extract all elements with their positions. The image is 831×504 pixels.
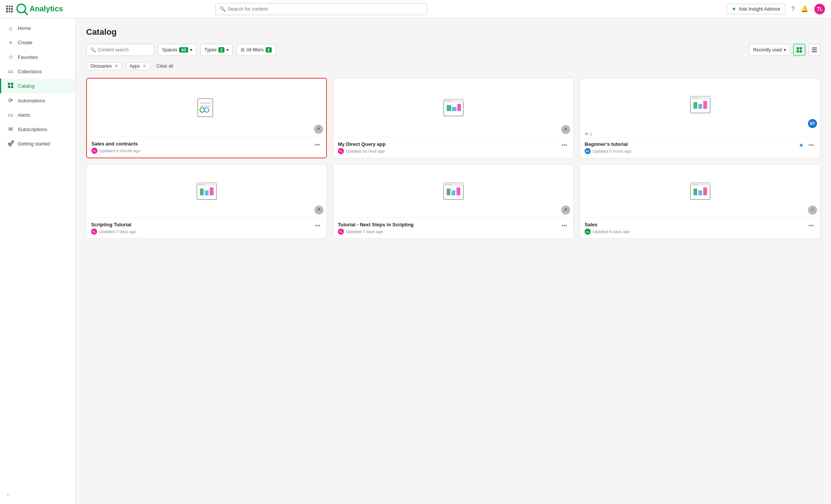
grid-menu-icon[interactable] <box>6 6 13 12</box>
eye-icon: 👁 <box>585 132 589 136</box>
card-views-row: 👁 1 <box>580 131 820 137</box>
card-my-direct-query-meta: TL Updated an hour ago <box>338 148 560 154</box>
card-tutorial-next-steps-menu-button[interactable]: ••• <box>560 222 569 229</box>
content-search-input[interactable] <box>98 47 150 53</box>
filter-tag-glossaries[interactable]: Glossaries ✕ <box>86 62 122 70</box>
filter-tag-apps[interactable]: Apps ✕ <box>125 62 150 70</box>
sort-label: Recently used <box>753 47 782 53</box>
svg-rect-43 <box>210 187 214 195</box>
card-sales-contracts-menu-button[interactable]: ••• <box>313 141 322 148</box>
card-sales-contracts[interactable]: Sales and contracts TL Updated a minute … <box>86 78 327 158</box>
card-scripting-tutorial-menu-button[interactable]: ••• <box>313 222 322 229</box>
search-input[interactable] <box>228 6 423 12</box>
layout: ⌂ Home ＋ Create ☆ Favorites ▭ Collection… <box>0 18 831 504</box>
svg-rect-42 <box>205 190 209 195</box>
card-sales-contracts-body <box>87 79 326 137</box>
card-my-direct-query-menu-button[interactable]: ••• <box>560 141 569 149</box>
card-beginners-tutorial-meta: BT Updated 5 hours ago <box>585 148 797 154</box>
filter-tag-apps-remove[interactable]: ✕ <box>142 63 146 69</box>
card-tutorial-next-steps-body <box>333 165 573 218</box>
svg-rect-61 <box>703 187 707 195</box>
list-view-button[interactable] <box>808 44 820 56</box>
card-sales-avatar: AL <box>585 229 591 235</box>
sidebar-item-favorites[interactable]: ☆ Favorites <box>0 50 75 64</box>
card-beginners-tutorial-avatar-badge: BT <box>808 119 817 128</box>
svg-point-48 <box>447 184 449 185</box>
card-beginners-tutorial-star-button[interactable]: ★ <box>797 141 805 149</box>
qlik-logo-svg <box>16 3 28 15</box>
filter-tag-apps-label: Apps <box>130 63 140 69</box>
svg-rect-60 <box>698 190 702 195</box>
card-my-direct-query-body <box>333 78 573 137</box>
card-scripting-tutorial-actions: ••• <box>313 222 322 229</box>
sidebar-item-home[interactable]: ⌂ Home <box>0 21 75 35</box>
svg-rect-41 <box>200 189 204 195</box>
card-sales-menu-button[interactable]: ••• <box>807 222 816 229</box>
qlik-logo[interactable]: Analytics <box>16 3 63 15</box>
svg-point-21 <box>445 100 447 102</box>
card-beginners-tutorial[interactable]: BT 👁 1 Beginner's tutorial BT Updated 5 … <box>580 78 820 158</box>
sidebar-item-create[interactable]: ＋ Create <box>0 35 75 50</box>
card-tutorial-next-steps-info: Tutorial - Next Steps in Scripting TL Up… <box>338 222 560 235</box>
card-tutorial-next-steps-avatar: TL <box>338 229 344 235</box>
sidebar: ⌂ Home ＋ Create ☆ Favorites ▭ Collection… <box>0 18 76 504</box>
sidebar-collapse-button[interactable]: ← <box>0 488 75 501</box>
filters-badge: 2 <box>266 47 272 53</box>
card-tutorial-next-steps-updated: Updated 7 days ago <box>346 229 383 234</box>
sidebar-item-alerts[interactable]: ▭ Alerts <box>0 108 75 122</box>
content-search-field[interactable]: 🔍 <box>86 44 154 56</box>
card-sales-contracts-title: Sales and contracts <box>91 141 313 147</box>
card-beginners-tutorial-footer: Beginner's tutorial BT Updated 5 hours a… <box>580 137 820 158</box>
card-sales-contracts-meta: TL Updated a minute ago <box>91 148 313 154</box>
filter-tag-glossaries-remove[interactable]: ✕ <box>115 63 118 69</box>
card-scripting-tutorial[interactable]: Scripting Tutorial TL Updated 7 days ago… <box>86 164 327 239</box>
sidebar-label-catalog: Catalog <box>18 83 35 89</box>
svg-rect-9 <box>800 50 802 53</box>
spaces-label: Spaces <box>162 47 177 53</box>
svg-rect-24 <box>447 105 451 111</box>
alerts-icon: ▭ <box>7 111 14 118</box>
card-tutorial-next-steps[interactable]: Tutorial - Next Steps in Scripting TL Up… <box>333 164 574 239</box>
svg-rect-6 <box>797 47 799 49</box>
card-my-direct-query-avatar: TL <box>338 148 344 154</box>
sidebar-item-automations[interactable]: ⟳ Automations <box>0 93 75 108</box>
spaces-filter-button[interactable]: Spaces All ▾ <box>158 44 197 56</box>
types-filter-button[interactable]: Types 2 ▾ <box>200 44 233 56</box>
help-button[interactable]: ? <box>791 6 795 12</box>
card-my-direct-query[interactable]: My Direct Query app TL Updated an hour a… <box>333 78 574 158</box>
sidebar-item-catalog[interactable]: Catalog <box>0 79 75 93</box>
sparkle-icon: ✦ <box>732 6 737 12</box>
card-beginners-tutorial-menu-button[interactable]: ••• <box>807 141 816 149</box>
app-icon-next-steps <box>441 179 466 203</box>
sidebar-item-collections[interactable]: ▭ Collections <box>0 64 75 79</box>
card-sales[interactable]: Sales AL Updated 6 days ago ••• <box>580 164 820 239</box>
notifications-button[interactable]: 🔔 <box>801 5 808 12</box>
all-filters-button[interactable]: ⊟ All filters 2 <box>237 44 275 56</box>
card-beginners-tutorial-info: Beginner's tutorial BT Updated 5 hours a… <box>585 141 797 154</box>
home-icon: ⌂ <box>7 25 14 31</box>
svg-point-30 <box>692 97 693 99</box>
svg-rect-13 <box>198 99 213 117</box>
card-tutorial-next-steps-title: Tutorial - Next Steps in Scripting <box>338 222 560 227</box>
card-tutorial-next-steps-actions: ••• <box>560 222 569 229</box>
sort-button[interactable]: Recently used ▾ <box>749 44 790 56</box>
global-search-bar[interactable]: 🔍 <box>215 3 427 15</box>
types-label: Types <box>204 47 217 53</box>
svg-point-58 <box>696 184 698 185</box>
grid-view-button[interactable] <box>793 44 805 56</box>
insight-advisor-button[interactable]: ✦ Ask Insight Advisor <box>727 4 785 14</box>
clear-all-button[interactable]: Clear all <box>153 62 176 70</box>
user-avatar[interactable]: TL <box>814 4 825 14</box>
svg-point-38 <box>198 184 200 185</box>
sidebar-item-subscriptions[interactable]: ✉ Subscriptions <box>0 122 75 136</box>
star-icon: ☆ <box>7 54 14 60</box>
main-content: Catalog 🔍 Spaces All ▾ Types 2 ▾ ⊟ All f… <box>76 18 831 504</box>
sidebar-item-getting-started[interactable]: 🚀 Getting started <box>0 136 75 151</box>
card-owner-icon-2 <box>561 125 570 134</box>
sidebar-label-collections: Collections <box>18 69 42 74</box>
card-scripting-tutorial-footer: Scripting Tutorial TL Updated 7 days ago… <box>87 218 327 238</box>
filter-icon: ⊟ <box>241 47 245 53</box>
card-sales-title: Sales <box>585 222 807 227</box>
card-beginners-tutorial-views: 1 <box>590 132 592 136</box>
card-sales-actions: ••• <box>807 222 816 229</box>
